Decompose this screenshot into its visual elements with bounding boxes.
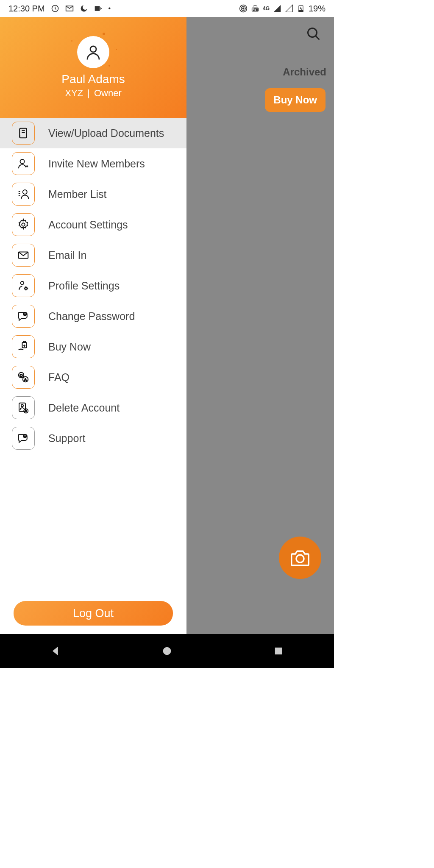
status-time: 12:30 PM [8,4,45,14]
tab-archived[interactable]: Archived [283,66,326,78]
status-bar: 12:30 PM • LTE 4G 19% [0,0,334,17]
sync-icon [51,4,59,13]
svg-point-12 [20,159,25,164]
drawer-item-documents[interactable]: View/Upload Documents [0,118,186,148]
buy-now-button-backdrop[interactable]: Buy Now [265,88,326,112]
drawer-item-delete-account[interactable]: Delete Account [0,392,186,423]
role-separator: | [87,88,90,98]
svg-point-26 [21,405,23,407]
drawer-item-label: Member List [48,188,107,200]
svg-point-10 [296,555,304,562]
outlook-icon [94,4,103,13]
logout-label: Log Out [73,607,114,620]
moon-icon [80,4,88,13]
svg-point-2 [242,8,244,9]
svg-rect-1 [95,6,100,11]
member-list-icon [12,183,35,206]
svg-text:?: ? [24,313,26,316]
drawer-item-buy-now[interactable]: Buy Now [0,331,186,362]
user-delete-icon [12,396,35,419]
drawer-item-member-list[interactable]: Member List [0,179,186,209]
drawer-item-label: Change Password [48,310,135,323]
camera-icon [289,546,312,569]
svg-point-30 [163,647,171,655]
user-plus-icon [12,152,35,175]
volte-icon: LTE [251,4,259,13]
signal-icon [273,4,281,13]
chat-question-icon: ? [12,427,35,450]
drawer-item-change-password[interactable]: ? Change Password [0,301,186,331]
svg-text:LTE: LTE [253,8,258,11]
logout-button[interactable]: Log Out [14,601,173,626]
svg-text:Q: Q [20,373,23,378]
gear-icon [12,213,35,236]
user-role-line: XYZ | Owner [65,88,122,99]
drawer-item-faq[interactable]: QA FAQ [0,362,186,392]
drawer-header: Paul Adams XYZ | Owner [0,17,186,118]
battery-icon [297,4,305,13]
drawer-item-invite[interactable]: Invite New Members [0,148,186,179]
recents-button[interactable] [273,645,284,657]
drawer-item-label: View/Upload Documents [48,127,164,139]
navigation-drawer: Paul Adams XYZ | Owner View/Upload Docum… [0,17,186,634]
drawer-item-email-in[interactable]: Email In [0,240,186,270]
drawer-item-label: Buy Now [48,341,91,353]
envelope-icon [12,244,35,267]
svg-point-14 [22,223,25,226]
status-dot: • [108,5,111,12]
user-role: Owner [94,88,122,98]
drawer-item-support[interactable]: ? Support [0,423,186,453]
svg-point-11 [90,46,96,52]
svg-text:A: A [24,378,27,382]
signal-empty-icon [285,4,293,13]
svg-point-16 [21,281,24,285]
network-4g-label: 4G [263,6,270,11]
svg-point-13 [23,190,27,194]
battery-percent: 19% [309,4,326,14]
android-navbar [0,634,334,668]
search-icon[interactable] [306,26,321,42]
chat-question-icon: ? [12,305,35,328]
hotspot-icon [239,4,248,13]
drawer-items: View/Upload Documents Invite New Members… [0,118,186,596]
buy-now-label: Buy Now [273,94,317,106]
user-gear-icon [12,274,35,297]
home-button[interactable] [161,645,173,657]
drawer-item-label: Email In [48,249,86,262]
svg-point-9 [308,28,317,37]
drawer-item-label: FAQ [48,371,70,384]
user-org: XYZ [65,88,83,98]
user-name: Paul Adams [61,72,125,86]
drawer-item-label: Delete Account [48,402,120,414]
drawer-item-label: Support [48,432,86,445]
document-icon [12,122,35,145]
back-button[interactable] [50,645,61,657]
person-icon [84,43,102,61]
buy-icon [12,335,35,358]
mail-icon [65,4,74,13]
svg-rect-31 [275,648,281,654]
qa-icon: QA [12,366,35,389]
drawer-item-label: Profile Settings [48,280,120,292]
user-avatar[interactable] [77,36,109,68]
drawer-item-label: Account Settings [48,219,128,231]
drawer-item-account-settings[interactable]: Account Settings [0,209,186,240]
drawer-item-profile-settings[interactable]: Profile Settings [0,270,186,301]
svg-text:?: ? [24,435,26,438]
drawer-item-label: Invite New Members [48,158,145,170]
camera-fab[interactable] [279,537,321,579]
